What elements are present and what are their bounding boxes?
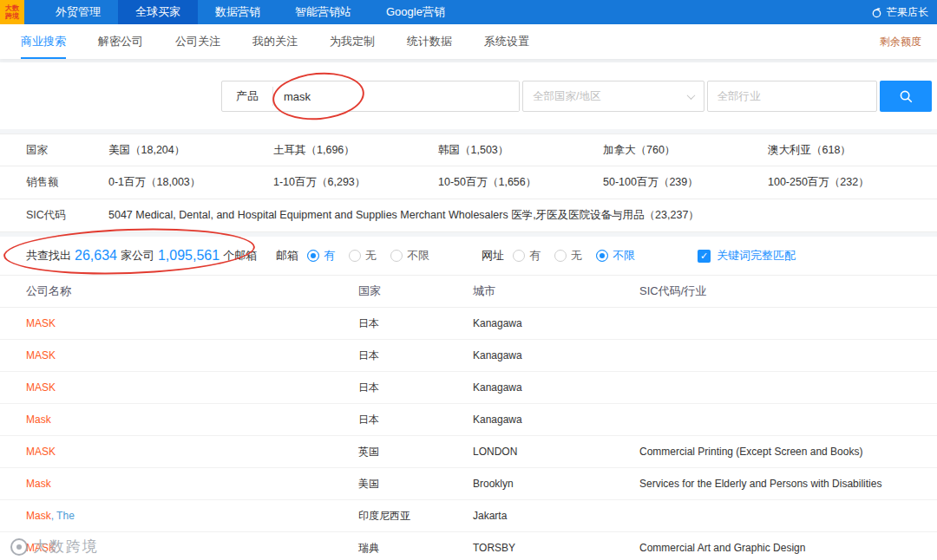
filter-row-sales: 销售额 0-1百万（18,003） 1-10百万（6,293） 10-50百万（… (0, 166, 937, 199)
radio-icon (596, 250, 608, 262)
subnav-item-business-search[interactable]: 商业搜索 (21, 24, 66, 59)
subnav-item-customized-for-me[interactable]: 为我定制 (330, 24, 375, 59)
country-select[interactable]: 全部国家/地区 (522, 81, 704, 112)
cell-city: Brooklyn (473, 478, 639, 490)
radio-icon (349, 250, 361, 262)
topnav-item-foreign-trade[interactable]: 外贸管理 (38, 0, 118, 24)
filter-option[interactable]: 50-100百万（239） (603, 175, 768, 190)
remaining-quota-link[interactable]: 剩余额度 (880, 35, 921, 49)
table-row[interactable]: MASK 日本 Kanagawa (0, 308, 937, 340)
mango-icon (871, 7, 882, 18)
checkbox-checked-icon (698, 250, 711, 263)
subnav-item-statistics[interactable]: 统计数据 (407, 24, 452, 59)
industry-select[interactable]: 全部行业 (707, 81, 878, 112)
keyword-input[interactable] (273, 81, 519, 111)
result-count: 共查找出 26,634 家公司 1,095,561 个邮箱 (26, 248, 276, 264)
email-radio-has[interactable]: 有 (307, 248, 335, 264)
filter-label-sales: 销售额 (26, 175, 108, 190)
search-section: 产品 全部国家/地区 全部行业 (0, 62, 937, 129)
topnav-item-google-marketing[interactable]: Google营销 (369, 0, 462, 24)
company-name-link[interactable]: Mask, The (26, 510, 358, 522)
cell-city: Kanagawa (473, 349, 639, 361)
cell-city: Kanagawa (473, 317, 639, 329)
company-name-link[interactable]: MASK (26, 317, 358, 329)
watermark: 大数跨境 (10, 537, 99, 557)
table-row[interactable]: Mask 日本 Kanagawa (0, 404, 937, 436)
table-row[interactable]: MASK 英国 LONDON Commercial Printing (Exce… (0, 436, 937, 468)
filter-section: 国家 美国（18,204） 土耳其（1,696） 韩国（1,503） 加拿大（7… (0, 133, 937, 232)
filter-option[interactable]: 0-1百万（18,003） (108, 175, 273, 190)
filter-row-sic: SIC代码 5047 Medical, Dental, and Hospital… (0, 199, 937, 232)
cell-city: Jakarta (473, 510, 639, 522)
table-row[interactable]: Mask, The 印度尼西亚 Jakarta (0, 500, 937, 532)
subnav-item-my-follow[interactable]: 我的关注 (252, 24, 298, 59)
search-button[interactable] (880, 81, 932, 112)
topnav-items: 外贸管理 全球买家 数据营销 智能营销站 Google营销 (38, 0, 462, 24)
topnav-item-data-marketing[interactable]: 数据营销 (198, 0, 278, 24)
filter-option[interactable]: 5047 Medical, Dental, and Hospital Equip… (108, 208, 937, 223)
filter-option[interactable]: 1-10百万（6,293） (273, 175, 438, 190)
filter-row-country: 国家 美国（18,204） 土耳其（1,696） 韩国（1,503） 加拿大（7… (0, 133, 937, 166)
filter-option[interactable]: 加拿大（760） (603, 143, 768, 158)
subnav-item-decrypt-company[interactable]: 解密公司 (98, 24, 143, 59)
email-radio-any[interactable]: 不限 (390, 248, 429, 264)
cell-sic: Commercial Art and Graphic Design (639, 542, 937, 554)
filter-option[interactable]: 100-250百万（232） (768, 175, 933, 190)
cell-city: TORSBY (473, 542, 639, 554)
url-filter-group: 网址 有 无 不限 (482, 248, 649, 264)
cell-city: LONDON (473, 446, 639, 458)
filter-label-sic: SIC代码 (26, 208, 108, 223)
cell-country: 印度尼西亚 (358, 509, 473, 524)
mango-store-manager-link[interactable]: 芒果店长 (871, 0, 937, 24)
table-row[interactable]: MASK 日本 Kanagawa (0, 340, 937, 372)
table-row[interactable]: Mask 美国 Brooklyn Services for the Elderl… (0, 468, 937, 500)
url-radio-none[interactable]: 无 (554, 248, 582, 264)
cell-city: Kanagawa (473, 413, 639, 426)
company-name-link[interactable]: MASK (26, 349, 358, 361)
radio-icon (390, 250, 403, 262)
top-navbar: 大数 跨境 外贸管理 全球买家 数据营销 智能营销站 Google营销 芒果店长 (0, 0, 937, 24)
radio-icon (554, 250, 567, 262)
col-header-city: 城市 (473, 283, 639, 299)
subnav-item-system-settings[interactable]: 系统设置 (484, 24, 529, 59)
search-icon (898, 88, 914, 104)
filter-option[interactable]: 澳大利亚（618） (768, 143, 933, 158)
subnav-item-company-follow[interactable]: 公司关注 (175, 24, 220, 59)
filter-label-country: 国家 (26, 143, 108, 158)
filter-option[interactable]: 美国（18,204） (108, 143, 273, 158)
watermark-logo-icon (10, 538, 28, 556)
cell-country: 英国 (358, 445, 473, 459)
table-header: 公司名称 国家 城市 SIC代码/行业 (0, 275, 937, 308)
table-row[interactable]: MASK 日本 Kanagawa (0, 372, 937, 404)
url-radio-has[interactable]: 有 (513, 248, 541, 264)
table-row[interactable]: MASK 瑞典 TORSBY Commercial Art and Graphi… (0, 532, 937, 560)
company-name-link[interactable]: MASK (26, 446, 358, 458)
company-name-link[interactable]: Mask (26, 478, 358, 490)
sub-navbar: 商业搜索 解密公司 公司关注 我的关注 为我定制 统计数据 系统设置 剩余额度 (0, 24, 937, 59)
industry-select-placeholder: 全部行业 (717, 89, 761, 104)
filter-option[interactable]: 10-50百万（1,656） (438, 175, 603, 190)
country-select-placeholder: 全部国家/地区 (533, 89, 600, 104)
cell-country: 瑞典 (358, 541, 473, 556)
product-search-box: 产品 (221, 81, 520, 112)
email-radio-none[interactable]: 无 (349, 248, 377, 264)
email-count: 1,095,561 (158, 248, 220, 264)
topnav-item-global-buyers[interactable]: 全球买家 (118, 0, 198, 24)
cell-city: Kanagawa (473, 381, 639, 394)
cell-country: 美国 (358, 477, 473, 492)
app-logo[interactable]: 大数 跨境 (0, 0, 24, 24)
company-name-link[interactable]: MASK (26, 381, 358, 394)
cell-country: 日本 (358, 316, 473, 331)
radio-icon (513, 250, 525, 262)
filter-option[interactable]: 韩国（1,503） (438, 143, 603, 158)
cell-country: 日本 (358, 413, 473, 427)
cell-country: 日本 (358, 348, 473, 363)
exact-match-checkbox[interactable]: 关键词完整匹配 (698, 248, 796, 264)
cell-sic: Services for the Elderly and Persons wit… (639, 478, 937, 490)
cell-country: 日本 (358, 381, 473, 395)
col-header-company: 公司名称 (26, 283, 358, 299)
filter-option[interactable]: 土耳其（1,696） (273, 143, 438, 158)
url-radio-any[interactable]: 不限 (596, 248, 635, 264)
topnav-item-smart-marketing-site[interactable]: 智能营销站 (278, 0, 369, 24)
company-name-link[interactable]: Mask (26, 413, 358, 426)
